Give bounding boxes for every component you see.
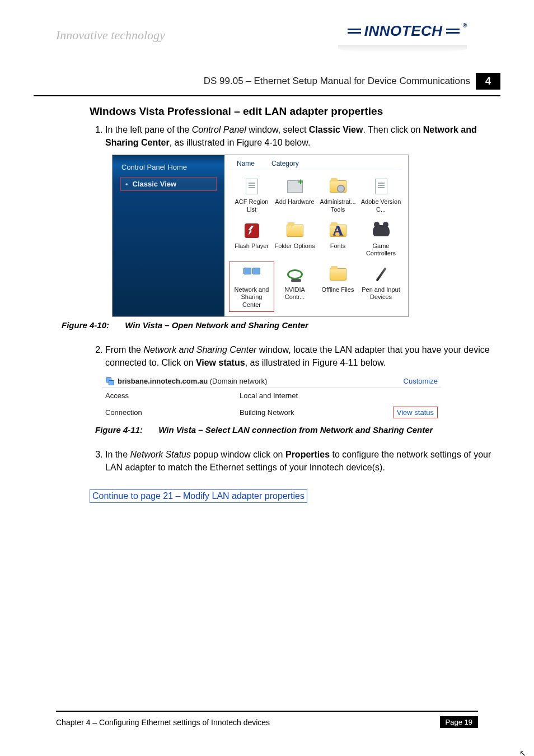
section-heading: Windows Vista Professional – edit LAN ad…: [90, 105, 495, 118]
cp-item-folder-options[interactable]: Folder Options: [273, 219, 316, 259]
ns-access-value: Local and Internet: [240, 391, 298, 400]
nvidia-icon: [287, 269, 303, 279]
figure-4-10-control-panel: Control Panel Home •Classic View Name Ca…: [112, 155, 409, 316]
ns-view-status-link[interactable]: View status: [393, 407, 438, 418]
font-icon: A: [332, 222, 343, 239]
figure-4-11-caption: Win Vista – Select LAN connection from N…: [158, 425, 433, 435]
ns-connection-label: Connection: [105, 408, 172, 417]
cp-item-add-hardware[interactable]: Add Hardware: [273, 175, 316, 215]
controller-icon: [373, 225, 390, 236]
figure-4-10-label: Figure 4-10:: [62, 320, 109, 330]
document-icon: [246, 179, 258, 194]
network-icon: [243, 268, 260, 281]
cp-item-game-controllers[interactable]: Game Controllers: [359, 219, 402, 259]
hardware-icon: [287, 180, 303, 193]
continue-link[interactable]: Continue to page 21 – Modify LAN adapter…: [90, 489, 307, 503]
cp-item-acf-region-list[interactable]: ACF Region List: [230, 175, 273, 215]
ns-access-label: Access: [105, 391, 172, 400]
cp-item-fonts[interactable]: AFonts: [316, 219, 359, 259]
step-1: In the left pane of the Control Panel wi…: [105, 123, 495, 149]
document-icon: [375, 179, 387, 194]
ns-customize-link[interactable]: Customize: [404, 377, 438, 385]
tagline: Innovative technology: [56, 28, 165, 43]
figure-4-11-label: Figure 4-11:: [95, 425, 143, 435]
cp-item-pen-input[interactable]: Pen and Input Devices: [359, 263, 402, 311]
step-3: In the Network Status popup window click…: [105, 448, 495, 474]
cp-item-flash-player[interactable]: Flash Player: [230, 219, 273, 259]
document-title: DS 99.05 – Ethernet Setup Manual for Dev…: [204, 76, 470, 87]
chapter-badge: 4: [476, 73, 500, 90]
cp-item-adobe-version[interactable]: Adobe Version C...: [359, 175, 402, 215]
footer-page: Page 19: [440, 716, 478, 728]
figure-4-10-caption: Win Vista – Open Network and Sharing Cen…: [125, 320, 308, 330]
folder-icon: [287, 225, 303, 237]
cp-item-admin-tools[interactable]: Administrat... Tools: [316, 175, 359, 215]
footer-chapter: Chapter 4 – Configuring Ethernet setting…: [56, 718, 270, 727]
folder-icon: [330, 268, 346, 281]
cp-item-network-sharing-center[interactable]: Network and Sharing Center↖: [230, 263, 273, 311]
ns-domain-name: brisbane.innotech.com.au: [118, 377, 208, 385]
cp-item-offline-files[interactable]: Offline Files: [316, 263, 359, 311]
sidebar-classic-view[interactable]: •Classic View: [120, 177, 217, 191]
column-header-name[interactable]: Name: [237, 160, 255, 167]
ns-domain-suffix: (Domain network): [208, 377, 267, 385]
pen-icon: [376, 268, 386, 282]
control-panel-sidebar: Control Panel Home •Classic View: [113, 155, 224, 316]
figure-4-11-network-sharing: brisbane.innotech.com.au (Domain network…: [102, 375, 441, 422]
brand-text: INNOTECH: [364, 22, 443, 40]
flash-icon: [245, 223, 259, 238]
column-header-category[interactable]: Category: [271, 160, 299, 167]
cursor-icon: ↖: [519, 749, 526, 756]
sidebar-control-panel-home[interactable]: Control Panel Home: [121, 163, 216, 171]
step-2: From the Network and Sharing Center wind…: [105, 343, 495, 369]
network-small-icon: [105, 377, 114, 385]
gear-icon: [336, 185, 344, 193]
ns-connection-value: Building Network: [240, 408, 294, 417]
brand-logo: INNOTECH ®: [348, 22, 467, 40]
cp-item-nvidia[interactable]: NVIDIA Contr...: [273, 263, 316, 311]
